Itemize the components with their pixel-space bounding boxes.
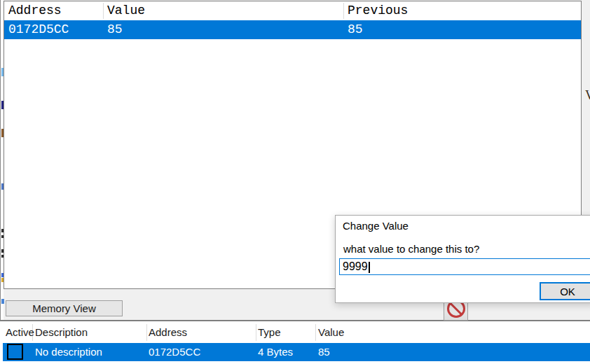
entry-address: 0172D5CC (149, 343, 200, 361)
dialog-prompt-label: what value to change this to? (343, 243, 479, 255)
column-header-active[interactable]: Active (6, 321, 34, 343)
scan-results-header: Address Value Previous (4, 1, 581, 20)
column-separator (315, 324, 316, 341)
cheat-table-panel: Active Description Address Type Value No… (0, 320, 590, 364)
result-previous: 85 (348, 20, 363, 39)
column-separator (146, 324, 147, 341)
column-separator (256, 324, 256, 341)
dialog-title: Change Value (343, 220, 409, 232)
column-header-address[interactable]: Address (149, 321, 187, 343)
value-input[interactable]: 9999 (339, 258, 590, 275)
scan-result-row-selected[interactable]: 0172D5CC 85 85 (4, 20, 581, 39)
column-separator (103, 3, 104, 19)
dialog-titlebar[interactable]: Change Value (336, 216, 590, 237)
clipped-right-text: V (585, 88, 590, 103)
result-address: 0172D5CC (8, 20, 69, 39)
change-value-dialog: Change Value what value to change this t… (335, 215, 590, 303)
entry-description: No description (35, 343, 102, 361)
active-checkbox[interactable] (7, 344, 23, 360)
column-header-description[interactable]: Description (35, 321, 88, 343)
text-caret (369, 262, 370, 273)
memory-view-button[interactable]: Memory View (6, 300, 123, 316)
column-header-previous[interactable]: Previous (348, 1, 408, 20)
column-header-type[interactable]: Type (258, 321, 281, 343)
column-header-address[interactable]: Address (8, 1, 62, 20)
cheat-engine-window: Address Value Previous 0172D5CC 85 85 V … (0, 0, 590, 364)
entry-value: 85 (318, 343, 330, 361)
value-input-text: 9999 (343, 260, 368, 272)
clipped-icon-fragment (1, 299, 4, 304)
column-separator (343, 3, 344, 19)
result-value: 85 (107, 20, 123, 39)
entry-type: 4 Bytes (258, 343, 293, 361)
column-header-value[interactable]: Value (318, 321, 344, 343)
ok-button[interactable]: OK (540, 282, 590, 300)
cheat-table-header: Active Description Address Type Value (0, 321, 590, 343)
cheat-table-row-selected[interactable]: No description 0172D5CC 4 Bytes 85 (3, 343, 590, 361)
column-header-value[interactable]: Value (107, 1, 145, 20)
